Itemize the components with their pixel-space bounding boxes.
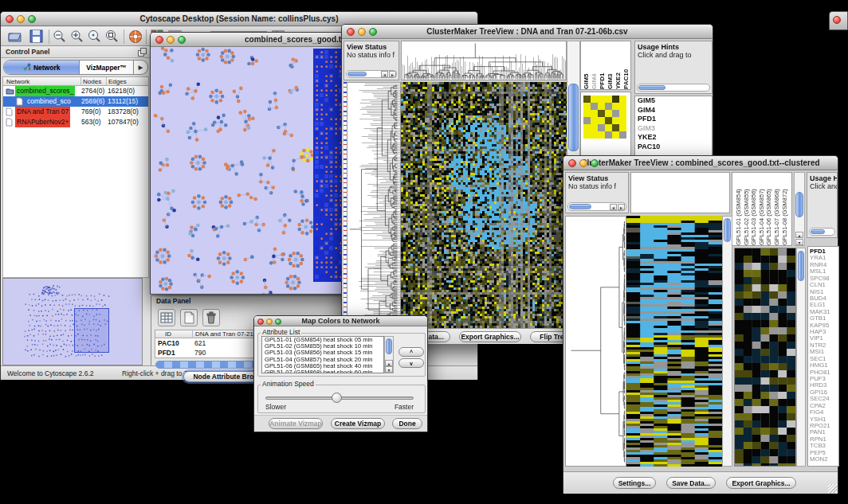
- column-label: GIM4: [591, 41, 599, 89]
- scroll-left-icon[interactable]: ◂: [610, 204, 617, 210]
- horizontal-scrollbar[interactable]: ◂ ▸: [346, 70, 397, 78]
- tab-network[interactable]: Network: [4, 61, 80, 74]
- settings-button[interactable]: Settings...: [613, 477, 656, 489]
- close-icon[interactable]: [6, 15, 14, 23]
- col-nodes[interactable]: Nodes: [80, 77, 101, 86]
- scroll-right-icon[interactable]: ▸: [389, 71, 396, 77]
- dialog-titlebar[interactable]: Map Colors to Network: [254, 316, 427, 326]
- col-edges[interactable]: Edges: [106, 77, 127, 86]
- scrollbar-thumb[interactable]: [811, 229, 825, 234]
- resize-grip[interactable]: [828, 484, 837, 493]
- scroll-up-icon[interactable]: ▴: [795, 232, 803, 238]
- horizontal-scrollbar[interactable]: [809, 228, 835, 236]
- column-dendrogram-panel[interactable]: [401, 41, 567, 80]
- save-data-button[interactable]: Save Data...: [666, 477, 716, 489]
- move-down-button[interactable]: v: [398, 358, 424, 368]
- table-row[interactable]: DNA and Tran 07 769(0) 183728(0): [3, 107, 148, 117]
- gene-label[interactable]: GIM4: [635, 106, 712, 115]
- close-icon[interactable]: [347, 28, 355, 36]
- scrollbar-thumb[interactable]: [798, 251, 804, 281]
- birds-eye-view[interactable]: [2, 278, 143, 365]
- scrollbar-thumb[interactable]: [724, 218, 731, 242]
- attribute-select-icon[interactable]: [158, 309, 175, 326]
- done-button[interactable]: Done: [392, 418, 422, 429]
- treeview1-titlebar[interactable]: ClusterMaker TreeView : DNA and Tran 07-…: [342, 25, 713, 39]
- scrollbar-thumb[interactable]: [347, 72, 367, 76]
- col-network[interactable]: Network: [6, 77, 29, 86]
- save-icon[interactable]: [29, 29, 45, 45]
- move-up-button[interactable]: ^: [398, 347, 424, 357]
- gene-label[interactable]: YKE2: [635, 133, 712, 143]
- horizontal-scrollbar[interactable]: [637, 84, 710, 92]
- zoom-icon[interactable]: [178, 36, 186, 44]
- scroll-up-icon[interactable]: ▴: [385, 360, 393, 366]
- minimize-icon[interactable]: [579, 159, 587, 167]
- zoom-icon[interactable]: [275, 318, 281, 325]
- scrollbar-thumb[interactable]: [795, 192, 803, 217]
- zoom-selected-icon[interactable]: [87, 29, 103, 45]
- zoom-icon[interactable]: [28, 15, 36, 23]
- vertical-scrollbar[interactable]: [796, 248, 806, 467]
- gene-label[interactable]: GIM5: [635, 96, 712, 106]
- table-row[interactable]: RNAPuberNov2+ 563(0) 107847(0): [3, 117, 148, 127]
- similarity-matrix[interactable]: [583, 96, 626, 139]
- close-icon[interactable]: [257, 318, 264, 325]
- network-nodes: 563(0): [81, 117, 101, 127]
- heatmap-panel[interactable]: [626, 216, 722, 467]
- zoom-in-icon[interactable]: [69, 29, 85, 45]
- float-panel-icon[interactable]: [138, 48, 147, 61]
- col-attribute[interactable]: DNA and Tran 07-21-06: [192, 330, 263, 338]
- horizontal-scrollbar[interactable]: ◂ ▸: [567, 202, 626, 211]
- scrollbar-thumb[interactable]: [386, 338, 392, 354]
- create-vizmap-button[interactable]: Create Vizmap: [331, 418, 385, 429]
- delete-attribute-icon[interactable]: [202, 309, 220, 326]
- gene-label[interactable]: PFD1: [635, 115, 712, 124]
- detail-heatmap-panel[interactable]: [734, 248, 796, 467]
- zoom-icon[interactable]: [369, 28, 377, 36]
- new-attribute-icon[interactable]: [180, 309, 198, 326]
- open-file-icon[interactable]: [7, 29, 23, 45]
- vertical-scrollbar[interactable]: ▴ ▾: [794, 172, 805, 246]
- scroll-left-icon[interactable]: ◂: [381, 71, 388, 77]
- help-lifering-icon[interactable]: [128, 29, 144, 45]
- speed-slider-thumb[interactable]: [332, 393, 342, 403]
- export-graphics-button[interactable]: Export Graphics...: [459, 331, 521, 342]
- animate-vizmap-button[interactable]: Animate Vizmap: [269, 418, 323, 429]
- birds-eye-canvas[interactable]: [3, 279, 142, 365]
- close-icon[interactable]: [833, 16, 841, 24]
- row-dendrogram-panel[interactable]: [565, 216, 626, 467]
- scrollbar-thumb[interactable]: [568, 84, 579, 151]
- zoom-icon[interactable]: [591, 159, 599, 167]
- minimize-icon[interactable]: [17, 15, 25, 23]
- export-graphics-button[interactable]: Export Graphics...: [726, 477, 796, 489]
- minimize-icon[interactable]: [167, 36, 175, 44]
- attribute-item[interactable]: GPL51-07 (GSM868) heat shock 60 min: [262, 369, 383, 373]
- vertical-scrollbar[interactable]: ▴ ▾: [384, 336, 394, 373]
- col-id[interactable]: ID: [165, 330, 171, 338]
- summary-heatmap-panel[interactable]: [580, 92, 631, 160]
- scrollbar-thumb[interactable]: [569, 204, 591, 209]
- scroll-down-icon[interactable]: ▾: [795, 239, 803, 245]
- heatmap-panel[interactable]: [401, 82, 567, 328]
- scroll-right-icon[interactable]: ▸: [618, 204, 625, 210]
- table-row-selected[interactable]: combined_sco 2569(6) 13112(15): [3, 96, 148, 107]
- scroll-down-icon[interactable]: ▾: [385, 366, 393, 373]
- tab-vizmapper[interactable]: VizMapper™: [80, 61, 134, 74]
- column-dendrogram-panel[interactable]: [630, 172, 730, 213]
- scrollbar-thumb[interactable]: [638, 85, 665, 90]
- gene-label[interactable]: GIM3: [635, 124, 712, 134]
- tab-overflow[interactable]: ▶: [134, 61, 147, 74]
- minimize-icon[interactable]: [266, 318, 273, 325]
- close-icon[interactable]: [155, 36, 163, 44]
- gene-label[interactable]: PAC10: [635, 143, 712, 152]
- close-icon[interactable]: [568, 159, 576, 167]
- gene-label[interactable]: MON2: [808, 456, 838, 463]
- zoom-out-icon[interactable]: [52, 29, 68, 45]
- minimize-icon[interactable]: [358, 28, 366, 36]
- zoom-fit-icon[interactable]: [104, 29, 120, 45]
- vertical-scrollbar[interactable]: [722, 216, 732, 467]
- treeview2-titlebar[interactable]: ClusterMaker TreeView : combined_scores_…: [563, 156, 838, 170]
- matrix-cell: [591, 110, 598, 117]
- table-row[interactable]: combined_scores_ 2764(0) 16218(0): [3, 86, 148, 96]
- row-dendrogram-panel[interactable]: [347, 82, 401, 328]
